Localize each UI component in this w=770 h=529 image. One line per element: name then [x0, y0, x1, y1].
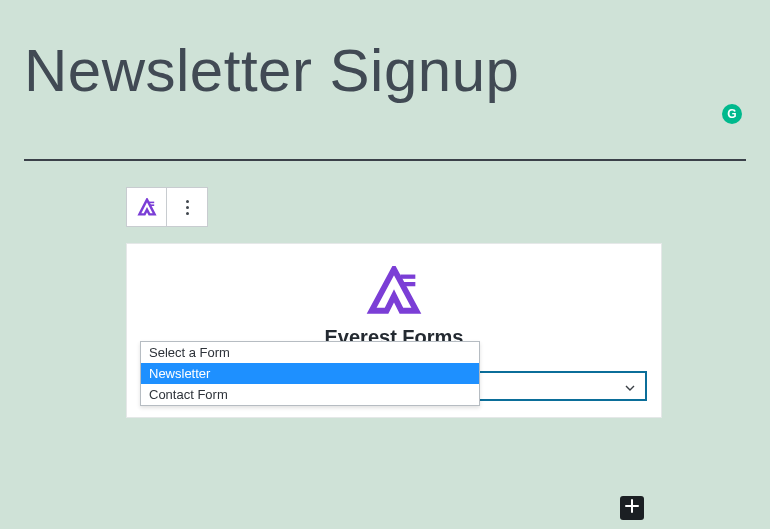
form-option-placeholder[interactable]: Select a Form	[141, 342, 479, 363]
page-title[interactable]: Newsletter Signup	[24, 36, 519, 105]
block-type-button[interactable]	[127, 188, 167, 226]
svg-rect-4	[400, 275, 415, 279]
more-vertical-icon	[186, 200, 189, 215]
everest-logo-large-icon	[141, 266, 647, 314]
svg-rect-1	[149, 202, 154, 204]
add-block-button[interactable]	[620, 496, 644, 520]
everest-forms-block: Everest Forms Select a Form Select a For…	[126, 187, 662, 418]
plus-icon	[624, 498, 640, 518]
block-toolbar	[126, 187, 208, 227]
form-select-dropdown: Select a Form Newsletter Contact Form	[140, 341, 480, 406]
svg-rect-5	[404, 282, 416, 286]
grammarly-badge-icon[interactable]: G	[722, 104, 742, 124]
form-option-newsletter[interactable]: Newsletter	[141, 363, 479, 384]
everest-logo-icon	[137, 198, 157, 216]
more-options-button[interactable]	[167, 188, 207, 226]
chevron-down-icon	[625, 377, 635, 395]
form-option-contact[interactable]: Contact Form	[141, 384, 479, 405]
svg-rect-2	[150, 204, 154, 206]
separator	[24, 159, 746, 161]
